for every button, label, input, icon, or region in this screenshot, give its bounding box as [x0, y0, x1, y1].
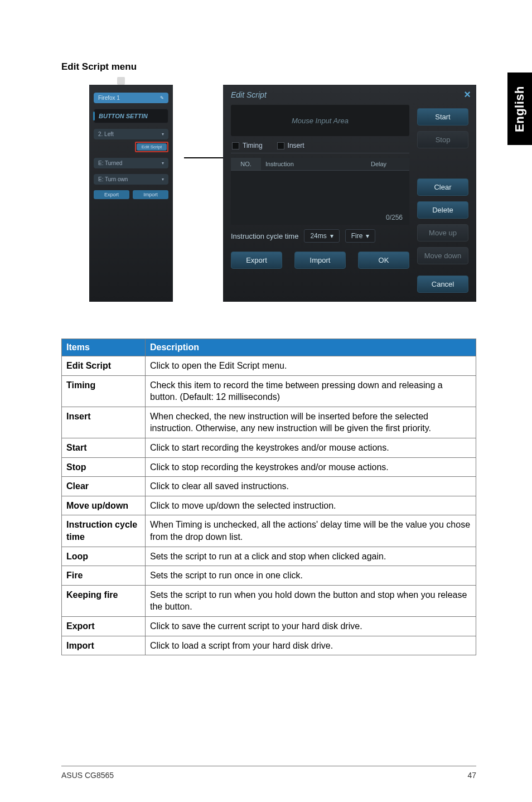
cycle-time-select[interactable]: 24ms ▾ — [304, 229, 339, 243]
mouse-button-pill[interactable]: 2. Left ▾ — [94, 129, 168, 139]
checkbox-icon — [232, 142, 239, 149]
cycle-time-value: 24ms — [310, 232, 326, 240]
cycle-time-label: Instruction cycle time — [231, 232, 298, 240]
mouse-input-area[interactable]: Mouse Input Area — [231, 105, 409, 136]
item-name: Edit Script — [62, 356, 146, 376]
action-label-1: E: Turned — [98, 160, 122, 166]
item-name: Loop — [62, 547, 146, 566]
item-description: Click to open the Edit Script menu. — [146, 356, 476, 376]
table-row: StopClick to stop recording the keystrok… — [62, 457, 476, 477]
ok-button[interactable]: OK — [358, 252, 409, 269]
item-name: Start — [62, 438, 146, 457]
item-description: Click to save the current script to your… — [146, 616, 476, 636]
instruction-table-header: NO. Instruction Delay — [231, 158, 409, 171]
delete-button[interactable]: Delete — [417, 201, 468, 219]
close-icon[interactable]: × — [464, 88, 471, 101]
page-footer: ASUS CG8565 47 — [61, 766, 476, 780]
chevron-down-icon: ▾ — [162, 132, 164, 137]
chevron-down-icon: ▾ — [330, 232, 333, 240]
edit-script-dialog: Edit Script × Mouse Input Area Timing In… — [223, 85, 476, 302]
cancel-button[interactable]: Cancel — [417, 276, 468, 293]
item-name: Export — [62, 616, 146, 636]
action-pill-1[interactable]: E: Turned ▾ — [94, 158, 168, 168]
checkbox-icon — [277, 142, 284, 149]
item-name: Import — [62, 636, 146, 655]
item-name: Fire — [62, 566, 146, 586]
table-row: InsertWhen checked, the new instruction … — [62, 407, 476, 438]
mouse-button-label: 2. Left — [98, 131, 114, 137]
item-description: When Timing is unchecked, all the action… — [146, 515, 476, 547]
item-description: When checked, the new instruction will b… — [146, 407, 476, 438]
section-heading: Edit Script menu — [61, 61, 476, 73]
timing-label: Timing — [243, 142, 263, 149]
profile-label: Firefox 1 — [98, 95, 120, 101]
options-row: Timing Insert — [231, 141, 409, 153]
item-description: Click to clear all saved instructions. — [146, 477, 476, 496]
start-button[interactable]: Start — [417, 108, 468, 125]
screenshot-left-panel: Firefox 1 ✎ BUTTON SETTIN 2. Left ▾ Edit… — [89, 85, 173, 302]
mini-import-button[interactable]: Import — [133, 190, 168, 199]
item-name: Insert — [62, 407, 146, 438]
export-button[interactable]: Export — [231, 252, 282, 269]
chevron-down-icon: ▾ — [366, 232, 369, 240]
table-row: Keeping fireSets the script to run when … — [62, 585, 476, 616]
insert-checkbox[interactable]: Insert — [277, 142, 304, 149]
table-row: LoopSets the script to run at a click an… — [62, 547, 476, 566]
action-pill-2[interactable]: E: Turn own ▾ — [94, 174, 168, 185]
chevron-down-icon: ▾ — [162, 177, 164, 182]
table-row: Edit ScriptClick to open the Edit Script… — [62, 356, 476, 376]
footer-page-number: 47 — [467, 771, 476, 780]
col-instruction: Instruction — [261, 158, 348, 170]
insert-label: Insert — [288, 142, 304, 149]
fire-mode-select[interactable]: Fire ▾ — [345, 229, 376, 243]
fire-mode-value: Fire — [351, 232, 363, 240]
edit-script-button[interactable]: Edit Script — [137, 143, 167, 151]
item-name: Stop — [62, 457, 146, 477]
item-description: Check this item to record the time betwe… — [146, 375, 476, 407]
item-description: Sets the script to run at a click and st… — [146, 547, 476, 566]
footer-model: ASUS CG8565 — [61, 771, 114, 780]
import-button[interactable]: Import — [294, 252, 346, 269]
item-description: Sets the script to run when you hold dow… — [146, 585, 476, 616]
edit-icon: ✎ — [160, 95, 164, 100]
table-header-description: Description — [146, 339, 476, 356]
item-description: Click to stop recording the keystrokes a… — [146, 457, 476, 477]
item-description: Click to start recording the keystrokes … — [146, 438, 476, 457]
edit-script-highlight: Edit Script — [135, 142, 168, 152]
profile-pill[interactable]: Firefox 1 ✎ — [94, 93, 168, 103]
item-description: Click to load a script from your hard di… — [146, 636, 476, 655]
item-name: Keeping fire — [62, 585, 146, 616]
col-no: NO. — [231, 158, 261, 170]
move-up-button[interactable]: Move up — [417, 224, 468, 241]
timing-checkbox[interactable]: Timing — [232, 142, 263, 149]
mini-export-button[interactable]: Export — [94, 190, 129, 199]
stop-button[interactable]: Stop — [417, 131, 468, 148]
item-description: Click to move up/down the selected instr… — [146, 496, 476, 515]
table-row: Move up/downClick to move up/down the se… — [62, 496, 476, 515]
dialog-title: Edit Script — [223, 85, 476, 99]
chevron-down-icon: ▾ — [162, 161, 164, 166]
item-name: Instruction cycle time — [62, 515, 146, 547]
table-row: ExportClick to save the current script t… — [62, 616, 476, 636]
item-name: Clear — [62, 477, 146, 496]
button-setting-section[interactable]: BUTTON SETTIN — [94, 109, 168, 123]
instruction-counter: 0/256 — [386, 214, 403, 221]
description-table: Items Description Edit ScriptClick to op… — [61, 339, 476, 655]
table-row: ImportClick to load a script from your h… — [62, 636, 476, 655]
item-description: Sets the script to run once in one click… — [146, 566, 476, 586]
clear-button[interactable]: Clear — [417, 178, 468, 196]
col-delay: Delay — [348, 158, 409, 170]
dialog-bottom-buttons: Export Import OK — [231, 252, 409, 269]
item-name: Move up/down — [62, 496, 146, 515]
table-row: ClearClick to clear all saved instructio… — [62, 477, 476, 496]
item-name: Timing — [62, 375, 146, 407]
table-header-items: Items — [62, 339, 146, 356]
dialog-side-buttons: Start Stop Clear Delete Move up Move dow… — [417, 105, 468, 293]
table-row: Instruction cycle timeWhen Timing is unc… — [62, 515, 476, 547]
instruction-table: NO. Instruction Delay 0/256 — [231, 158, 409, 225]
screenshot: Firefox 1 ✎ BUTTON SETTIN 2. Left ▾ Edit… — [89, 85, 476, 302]
move-down-button[interactable]: Move down — [417, 247, 468, 264]
table-row: FireSets the script to run once in one c… — [62, 566, 476, 586]
cycle-time-row: Instruction cycle time 24ms ▾ Fire ▾ — [231, 229, 409, 243]
table-row: StartClick to start recording the keystr… — [62, 438, 476, 457]
